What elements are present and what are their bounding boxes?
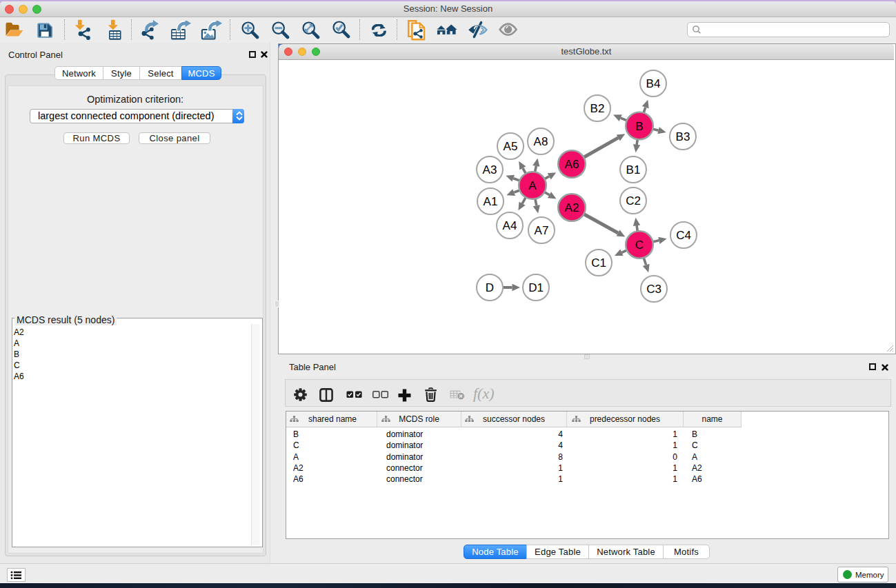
svg-text:A4: A4 <box>503 219 517 232</box>
svg-text:D: D <box>486 281 494 294</box>
svg-text:B: B <box>635 120 643 133</box>
svg-text:A2: A2 <box>565 201 579 214</box>
svg-text:C2: C2 <box>626 194 641 207</box>
svg-text:C4: C4 <box>676 229 691 242</box>
svg-text:A: A <box>528 179 537 192</box>
svg-text:A8: A8 <box>534 135 548 148</box>
svg-text:B3: B3 <box>676 130 690 143</box>
svg-text:D1: D1 <box>528 281 544 294</box>
svg-text:B4: B4 <box>646 77 661 90</box>
svg-text:A3: A3 <box>483 163 497 176</box>
svg-text:A1: A1 <box>484 195 498 208</box>
svg-text:A6: A6 <box>565 158 579 171</box>
svg-text:B2: B2 <box>590 102 605 115</box>
svg-text:B1: B1 <box>626 163 641 176</box>
svg-text:C1: C1 <box>591 256 606 270</box>
svg-text:C3: C3 <box>646 283 661 296</box>
svg-text:C: C <box>635 239 644 252</box>
svg-text:A7: A7 <box>535 224 549 237</box>
svg-text:A5: A5 <box>504 140 518 153</box>
